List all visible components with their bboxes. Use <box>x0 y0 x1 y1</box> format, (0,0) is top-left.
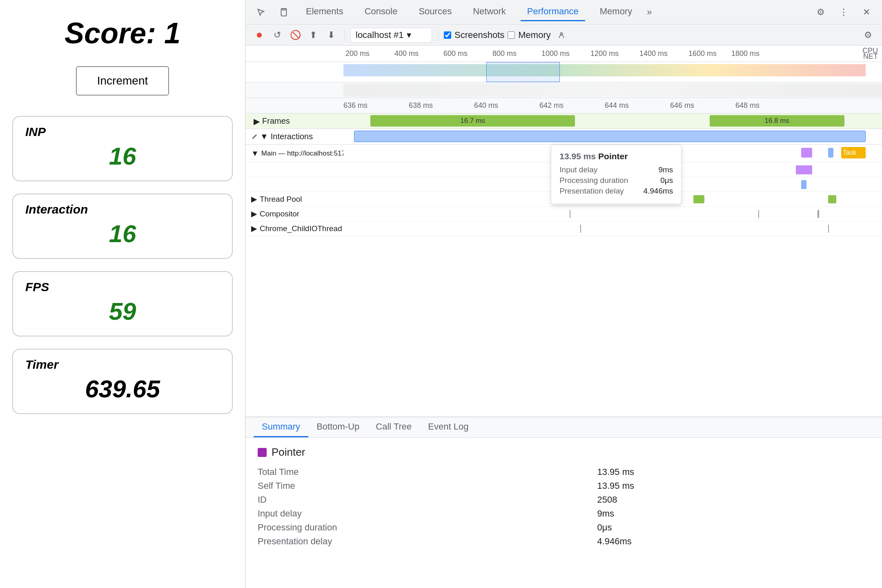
close-devtools-icon[interactable]: ✕ <box>859 5 874 20</box>
tab-performance[interactable]: Performance <box>521 3 585 21</box>
detail-tick-640: 640 ms <box>474 101 498 110</box>
compositor-row: ▶ Compositor <box>245 207 882 221</box>
summary-processing-value: 0μs <box>597 522 870 533</box>
tab-call-tree[interactable]: Call Tree <box>368 418 420 437</box>
thread-pool-bar-2 <box>828 195 836 203</box>
sub-flame-3 <box>796 165 812 174</box>
interactions-bar-area <box>343 129 882 144</box>
interaction-label: Interaction <box>25 203 220 216</box>
summary-grid: Total Time 13.95 ms Self Time 13.95 ms I… <box>258 467 870 547</box>
flame-4 <box>801 148 812 158</box>
interaction-value: 16 <box>25 220 220 248</box>
interactions-expand-icon[interactable]: ▼ <box>260 132 268 141</box>
tab-event-log[interactable]: Event Log <box>420 418 477 437</box>
inp-label: INP <box>25 125 220 139</box>
main-thread-label[interactable]: ▼ Main — http://localhost:5173/understan… <box>245 149 343 158</box>
frames-text: Frames <box>262 116 290 126</box>
tab-summary[interactable]: Summary <box>254 418 308 437</box>
flame-5 <box>828 148 833 158</box>
upload-button[interactable]: ⬆ <box>306 28 321 42</box>
memory-checkbox-label[interactable]: Memory <box>508 30 550 40</box>
detail-ruler: 636 ms 638 ms 640 ms 642 ms 644 ms 646 m… <box>245 98 882 114</box>
detail-tick-638: 638 ms <box>409 101 433 110</box>
tooltip-input-delay: Input delay 9ms <box>559 165 673 174</box>
id-value: 2508 <box>597 494 870 505</box>
thread-pool-label[interactable]: ▶ Thread Pool <box>245 194 343 204</box>
compositor-text: Compositor <box>260 209 299 218</box>
performance-settings-icon[interactable]: ⚙ <box>861 28 875 42</box>
left-panel: Score: 1 Increment INP 16 Interaction 16… <box>0 0 245 588</box>
svg-point-3 <box>560 33 562 35</box>
capture-settings-icon[interactable] <box>554 28 569 42</box>
detail-tick-644: 644 ms <box>605 101 629 110</box>
more-tabs-icon[interactable]: » <box>647 7 652 18</box>
interaction-card: Interaction 16 <box>12 194 233 259</box>
compositor-expand[interactable]: ▶ <box>251 209 257 218</box>
compositor-label[interactable]: ▶ Compositor <box>245 209 343 218</box>
devtools-panel: Elements Console Sources Network Perform… <box>245 0 882 588</box>
detail-tick-642: 642 ms <box>539 101 564 110</box>
frame-block-1: 16.7 ms <box>370 115 575 127</box>
thread-pool-expand[interactable]: ▶ <box>251 194 257 204</box>
tab-memory[interactable]: Memory <box>593 3 639 21</box>
overview-ruler: 200 ms 400 ms 600 ms 800 ms 1000 ms 1200… <box>245 46 882 62</box>
tab-elements[interactable]: Elements <box>299 3 350 21</box>
frame-2-text: 16.8 ms <box>765 117 789 125</box>
pointer-color-swatch <box>258 448 267 457</box>
score-display: Score: 1 <box>12 16 233 50</box>
tab-console[interactable]: Console <box>358 3 404 21</box>
tooltip-presentation-value: 4.946ms <box>643 187 673 196</box>
screenshots-checkbox[interactable] <box>444 31 451 39</box>
selected-region <box>486 62 560 82</box>
tooltip-processing-label: Processing duration <box>559 176 628 185</box>
download-button[interactable]: ⬇ <box>324 28 339 42</box>
tab-bottom-up[interactable]: Bottom-Up <box>308 418 368 437</box>
tick-600ms: 600 ms <box>443 49 468 58</box>
screenshot-frames <box>343 84 882 97</box>
chrome-io-expand[interactable]: ▶ <box>251 224 257 233</box>
flame-spacer-2 <box>245 177 343 192</box>
clear-button[interactable]: 🚫 <box>288 28 303 42</box>
cpu-overview[interactable] <box>245 62 882 82</box>
svg-rect-1 <box>282 8 285 10</box>
self-time-value: 13.95 ms <box>597 481 870 491</box>
interactions-label[interactable]: ▼ Interactions <box>245 132 343 141</box>
reload-record-button[interactable]: ↺ <box>270 28 285 42</box>
summary-presentation-label: Presentation delay <box>258 536 572 547</box>
total-time-label: Total Time <box>258 467 572 477</box>
url-selector[interactable]: localhost #1 ▾ <box>350 28 432 42</box>
tooltip-type: Pointer <box>598 151 628 161</box>
net-label: NET <box>863 52 878 61</box>
bottom-spacer <box>245 236 882 269</box>
inp-card: INP 16 <box>12 116 233 181</box>
main-thread-expand[interactable]: ▼ <box>251 149 259 158</box>
summary-input-delay-value: 9ms <box>597 508 870 519</box>
tick-1000ms: 1000 ms <box>541 49 570 58</box>
frames-expand-icon[interactable]: ▶ <box>254 116 260 126</box>
increment-button[interactable]: Increment <box>76 66 169 96</box>
tooltip-presentation-label: Presentation delay <box>559 187 624 196</box>
sub-flame-6 <box>801 180 806 189</box>
select-element-icon[interactable] <box>254 5 268 20</box>
interaction-block-main[interactable] <box>354 131 866 142</box>
more-options-icon[interactable]: ⋮ <box>836 5 851 20</box>
tab-sources[interactable]: Sources <box>412 3 458 21</box>
record-button[interactable] <box>252 28 267 42</box>
chrome-io-label[interactable]: ▶ Chrome_ChildIOThread <box>245 224 343 233</box>
memory-checkbox[interactable] <box>508 31 515 39</box>
device-toggle-icon[interactable] <box>276 5 291 20</box>
summary-content: Pointer Total Time 13.95 ms Self Time 13… <box>245 438 882 555</box>
cpu-bar <box>343 64 866 76</box>
thread-pool-text: Thread Pool <box>260 195 302 204</box>
chrome-io-bar-2 <box>828 225 829 233</box>
interactions-row: ▼ Interactions 13.95 ms Pointer Input de… <box>245 129 882 145</box>
summary-processing-label: Processing duration <box>258 522 572 533</box>
settings-gear-icon[interactable]: ⚙ <box>813 5 828 20</box>
frames-label[interactable]: ▶ Frames <box>245 116 343 126</box>
tab-network[interactable]: Network <box>466 3 512 21</box>
fps-value: 59 <box>25 297 220 325</box>
task-block: Task <box>841 147 866 158</box>
performance-toolbar: ↺ 🚫 ⬆ ⬇ localhost #1 ▾ Screenshots Memor… <box>245 24 882 46</box>
inp-value: 16 <box>25 142 220 170</box>
screenshots-checkbox-label[interactable]: Screenshots <box>444 30 504 40</box>
